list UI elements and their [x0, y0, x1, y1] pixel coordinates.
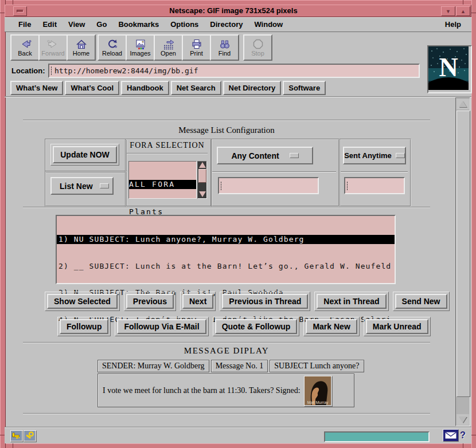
message-body-text: I vote we meet for lunch at the barn at …	[103, 386, 301, 395]
security-indicator[interactable]	[10, 430, 37, 442]
netscape-window: Netscape: GIF image 731x524 pixels ▼ ▲ F…	[0, 0, 476, 448]
sent-filter-input[interactable]	[344, 177, 405, 194]
text-cursor-icon	[347, 182, 350, 190]
fora-title: FORA SELECTION	[125, 141, 209, 150]
action-row-2: Followup Followup Via E-Mail Quote & Fol…	[57, 317, 431, 336]
broken-key-right-icon	[24, 430, 37, 442]
mark-unread-button[interactable]: Mark Unread	[366, 319, 428, 334]
text-cursor-icon	[221, 182, 224, 190]
subject-cell: SUBJECT Lunch anyone?	[270, 360, 364, 372]
previous-in-thread-button[interactable]: Previous in Thread	[222, 294, 308, 309]
fora-separator	[127, 153, 208, 154]
send-new-button[interactable]: Send New	[395, 294, 447, 309]
content-filter-input[interactable]	[218, 177, 319, 194]
content-group-separator	[212, 171, 336, 172]
svg-text:Mail Murray: Mail Murray	[307, 400, 329, 405]
config-title: Message List Configuration	[23, 125, 430, 135]
followup-via-email-button[interactable]: Followup Via E-Mail	[117, 319, 206, 334]
mark-new-frame: Mark New	[303, 317, 359, 336]
next-in-thread-button[interactable]: Next in Thread	[317, 294, 386, 309]
fora-item[interactable]: ALL FORA	[129, 180, 196, 189]
message-row[interactable]: 2) __ SUBJECT: Lunch is at the Barn! Let…	[57, 262, 395, 271]
scroll-down-button[interactable]	[457, 414, 469, 425]
followup-button[interactable]: Followup	[60, 319, 108, 334]
update-now-button[interactable]: Update NOW	[53, 146, 117, 163]
next-frame: Next	[180, 292, 216, 311]
option-menu-indicator-icon	[290, 153, 299, 158]
scroll-up-button[interactable]	[457, 99, 469, 109]
mail-envelope-icon	[443, 429, 459, 442]
vertical-scrollbar[interactable]	[455, 97, 470, 426]
horizontal-rule	[23, 207, 430, 208]
fora-scrollbar[interactable]	[197, 161, 207, 199]
quote-and-followup-button[interactable]: Quote & Followup	[215, 319, 298, 334]
horizontal-rule	[23, 120, 430, 121]
update-now-frame: Update NOW	[50, 144, 119, 166]
scroll-up-arrow-icon	[459, 101, 467, 107]
previous-in-thread-frame: Previous in Thread	[220, 292, 310, 311]
help-question-icon: ?	[460, 430, 466, 441]
show-selected-frame: Show Selected	[45, 292, 120, 311]
followup-frame: Followup	[57, 317, 111, 336]
gif-image-content: Message List Configuration Update NOW Li…	[0, 0, 476, 448]
broken-key-left-icon	[10, 430, 24, 442]
fora-scroll-up-icon[interactable]	[199, 162, 206, 168]
scroll-down-arrow-icon	[459, 416, 467, 423]
next-button[interactable]: Next	[182, 294, 213, 309]
previous-frame: Previous	[124, 292, 176, 311]
sent-group-separator	[341, 171, 408, 172]
fora-scroll-down-icon[interactable]	[199, 191, 206, 197]
action-row-1: Show Selected Previous Next Previous in …	[45, 292, 450, 311]
progress-bar	[324, 431, 430, 442]
fora-listbox[interactable]: ALL FORA Plants CAL Op. Systems	[128, 161, 197, 199]
sender-cell: SENDER: Murray W. Goldberg	[97, 360, 209, 372]
option-menu-indicator-icon	[100, 183, 109, 188]
message-header-row: SENDER: Murray W. Goldberg Message No. 1…	[97, 360, 364, 372]
quote-followup-frame: Quote & Followup	[213, 317, 300, 336]
message-display-title: MESSAGE DIPLAY	[23, 346, 430, 356]
mark-unread-frame: Mark Unread	[364, 317, 431, 336]
scroll-thumb[interactable]	[457, 111, 470, 397]
option-menu-indicator-icon	[396, 153, 405, 158]
sender-avatar[interactable]: Mail Murray	[304, 376, 333, 407]
mail-indicator[interactable]: ?	[443, 429, 466, 442]
message-no-cell: Message No. 1	[211, 360, 268, 372]
send-new-frame: Send New	[393, 292, 450, 311]
show-selected-button[interactable]: Show Selected	[47, 294, 118, 309]
previous-button[interactable]: Previous	[126, 294, 174, 309]
horizontal-rule	[23, 413, 430, 414]
fora-scroll-thumb[interactable]	[198, 169, 206, 183]
next-in-thread-frame: Next in Thread	[314, 292, 388, 311]
status-bar: ?	[5, 428, 471, 443]
any-content-dropdown[interactable]: Any Content	[217, 147, 313, 164]
followup-email-frame: Followup Via E-Mail	[115, 317, 208, 336]
mark-new-button[interactable]: Mark New	[306, 319, 357, 334]
sent-anytime-dropdown[interactable]: Sent Anytime	[343, 147, 406, 164]
message-row[interactable]: 1) NU SUBJECT: Lunch anyone?, Murray W. …	[57, 235, 395, 244]
horizontal-rule	[23, 342, 430, 343]
avatar-photo-icon: Mail Murray	[305, 376, 331, 405]
message-listbox[interactable]: 1) NU SUBJECT: Lunch anyone?, Murray W. …	[56, 215, 396, 284]
list-new-dropdown[interactable]: List New	[50, 177, 114, 195]
